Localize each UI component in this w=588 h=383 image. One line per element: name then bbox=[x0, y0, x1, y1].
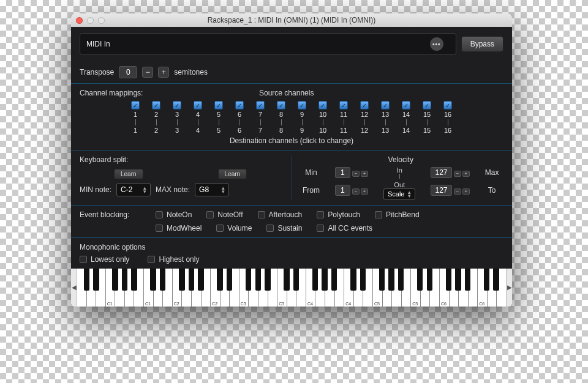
white-key[interactable] bbox=[230, 269, 239, 307]
piano-keys[interactable]: C1C1C2C2C3C3C4C4C5C5C6C6 bbox=[77, 269, 506, 307]
event-noteoff-checkbox[interactable]: NoteOff bbox=[206, 210, 243, 219]
white-key[interactable]: C6 bbox=[478, 269, 488, 307]
white-key[interactable]: C1 bbox=[144, 269, 154, 307]
white-key[interactable]: C3 bbox=[239, 269, 249, 307]
white-key[interactable] bbox=[287, 269, 297, 307]
white-key[interactable] bbox=[163, 269, 173, 307]
white-key[interactable]: C1 bbox=[106, 269, 116, 307]
event-pitchbend-checkbox[interactable]: PitchBend bbox=[375, 210, 420, 219]
channel-checkbox-13[interactable] bbox=[381, 101, 390, 110]
white-key[interactable] bbox=[192, 269, 202, 307]
white-key[interactable] bbox=[258, 269, 268, 307]
white-key[interactable] bbox=[450, 269, 459, 307]
channel-dst-11[interactable]: 11 bbox=[340, 127, 347, 134]
white-key[interactable] bbox=[154, 269, 164, 307]
channel-checkbox-6[interactable] bbox=[235, 101, 244, 110]
white-key[interactable] bbox=[497, 269, 506, 307]
white-key[interactable] bbox=[96, 269, 106, 307]
white-key[interactable] bbox=[249, 269, 258, 307]
event-volume-checkbox[interactable]: Volume bbox=[216, 224, 252, 232]
white-key[interactable] bbox=[87, 269, 97, 307]
more-options-button[interactable]: ••• bbox=[430, 37, 443, 51]
event-sustain-checkbox[interactable]: Sustain bbox=[266, 224, 302, 232]
channel-checkbox-10[interactable] bbox=[318, 101, 327, 110]
white-key[interactable]: C5 bbox=[373, 269, 383, 307]
white-key[interactable] bbox=[125, 269, 135, 307]
channel-checkbox-12[interactable] bbox=[360, 101, 369, 110]
velocity-in-min[interactable]: 1 bbox=[335, 167, 350, 178]
event-all-cc-events-checkbox[interactable]: All CC events bbox=[317, 224, 372, 232]
close-button[interactable] bbox=[76, 17, 83, 24]
velocity-out-from-plus[interactable]: + bbox=[361, 188, 368, 195]
channel-dst-12[interactable]: 12 bbox=[361, 127, 368, 134]
velocity-in-max-minus[interactable]: − bbox=[454, 171, 461, 177]
channel-dst-13[interactable]: 13 bbox=[382, 127, 389, 134]
velocity-in-max-plus[interactable]: + bbox=[462, 171, 470, 177]
channel-dst-15[interactable]: 15 bbox=[423, 127, 431, 134]
white-key[interactable] bbox=[402, 269, 412, 307]
velocity-scale-select[interactable]: Scale ▴▾ bbox=[383, 188, 416, 200]
channel-dst-10[interactable]: 10 bbox=[319, 127, 326, 134]
white-key[interactable]: C2 bbox=[211, 269, 221, 307]
velocity-out-from-minus[interactable]: − bbox=[352, 188, 360, 195]
min-note-select[interactable]: C-2 ▴▾ bbox=[116, 183, 151, 196]
white-key[interactable] bbox=[221, 269, 230, 307]
event-polytouch-checkbox[interactable]: Polytouch bbox=[317, 210, 360, 219]
white-key[interactable] bbox=[363, 269, 373, 307]
channel-checkbox-7[interactable] bbox=[256, 101, 265, 110]
channel-dst-1[interactable]: 1 bbox=[134, 127, 137, 134]
keyboard-scroll-right[interactable]: ▶ bbox=[506, 269, 512, 307]
channel-checkbox-8[interactable] bbox=[277, 101, 285, 110]
white-key[interactable] bbox=[115, 269, 125, 307]
white-key[interactable]: C5 bbox=[411, 269, 421, 307]
minimize-button[interactable] bbox=[87, 17, 94, 24]
velocity-out-to[interactable]: 127 bbox=[431, 185, 451, 196]
channel-dst-9[interactable]: 9 bbox=[300, 127, 304, 134]
transpose-value[interactable]: 0 bbox=[119, 66, 137, 78]
white-key[interactable] bbox=[469, 269, 478, 307]
white-key[interactable] bbox=[268, 269, 278, 307]
channel-checkbox-5[interactable] bbox=[214, 101, 223, 110]
channel-dst-14[interactable]: 14 bbox=[402, 127, 410, 134]
white-key[interactable] bbox=[325, 269, 335, 307]
transpose-plus-button[interactable]: + bbox=[158, 67, 169, 78]
velocity-out-to-minus[interactable]: − bbox=[454, 188, 461, 195]
white-key[interactable] bbox=[430, 269, 440, 307]
velocity-in-max[interactable]: 127 bbox=[431, 167, 451, 178]
channel-checkbox-15[interactable] bbox=[423, 101, 431, 110]
velocity-out-to-plus[interactable]: + bbox=[462, 188, 470, 195]
learn-max-button[interactable]: Learn bbox=[218, 169, 247, 179]
white-key[interactable] bbox=[421, 269, 431, 307]
white-key[interactable]: C4 bbox=[306, 269, 316, 307]
learn-min-button[interactable]: Learn bbox=[114, 169, 143, 179]
channel-dst-4[interactable]: 4 bbox=[196, 127, 200, 134]
velocity-in-min-plus[interactable]: + bbox=[361, 171, 368, 177]
channel-checkbox-4[interactable] bbox=[194, 101, 202, 110]
bypass-button[interactable]: Bypass bbox=[461, 36, 503, 52]
white-key[interactable] bbox=[77, 269, 87, 307]
white-key[interactable] bbox=[134, 269, 144, 307]
white-key[interactable] bbox=[315, 269, 325, 307]
channel-checkbox-16[interactable] bbox=[443, 101, 452, 110]
channel-checkbox-14[interactable] bbox=[402, 101, 410, 110]
channel-dst-6[interactable]: 6 bbox=[238, 127, 241, 134]
white-key[interactable]: C3 bbox=[277, 269, 287, 307]
channel-dst-5[interactable]: 5 bbox=[217, 127, 221, 134]
white-key[interactable] bbox=[335, 269, 345, 307]
channel-checkbox-1[interactable] bbox=[131, 101, 140, 110]
white-key[interactable] bbox=[354, 269, 364, 307]
white-key[interactable] bbox=[182, 269, 192, 307]
keyboard-scroll-left[interactable]: ◀ bbox=[71, 269, 77, 307]
transpose-minus-button[interactable]: − bbox=[142, 67, 153, 78]
velocity-out-from[interactable]: 1 bbox=[335, 185, 350, 196]
white-key[interactable]: C2 bbox=[173, 269, 183, 307]
velocity-in-min-minus[interactable]: − bbox=[352, 171, 360, 177]
white-key[interactable]: C6 bbox=[440, 269, 450, 307]
channel-dst-16[interactable]: 16 bbox=[444, 127, 451, 134]
channel-dst-7[interactable]: 7 bbox=[258, 127, 262, 134]
highest-only-checkbox[interactable]: Highest only bbox=[148, 255, 199, 264]
event-aftertouch-checkbox[interactable]: Aftertouch bbox=[258, 210, 303, 219]
white-key[interactable] bbox=[296, 269, 306, 307]
white-key[interactable] bbox=[383, 269, 393, 307]
max-note-select[interactable]: G8 ▴▾ bbox=[195, 183, 229, 196]
